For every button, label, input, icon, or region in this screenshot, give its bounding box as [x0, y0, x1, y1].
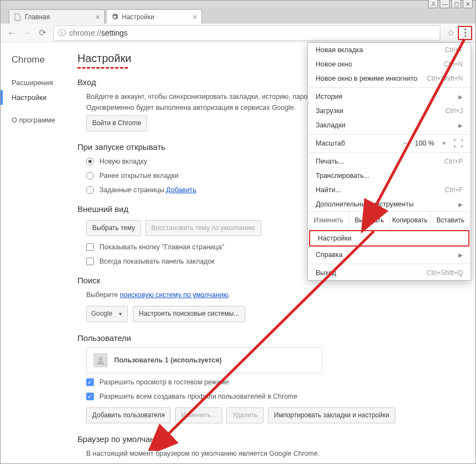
- sidebar-item-extensions[interactable]: Расширения: [12, 75, 66, 90]
- menu-label: Новая вкладка: [316, 46, 363, 54]
- menu-print[interactable]: Печать...Ctrl+P: [308, 154, 471, 169]
- close-button[interactable]: ✕: [463, 0, 473, 8]
- delete-user-button[interactable]: Удалить: [226, 407, 264, 423]
- menu-label: Справка: [316, 251, 343, 259]
- radio-specific[interactable]: [86, 186, 94, 194]
- menu-more-tools[interactable]: Дополнительные инструменты▶: [308, 197, 471, 211]
- menu-paste[interactable]: Вставить: [430, 212, 471, 228]
- check-bookmarks-bar[interactable]: [86, 258, 94, 265]
- tab-strip: Главная × Настройки ×: [1, 8, 475, 24]
- check-label: Всегда показывать панель закладок: [99, 256, 215, 267]
- check-create-profiles[interactable]: [86, 393, 94, 400]
- zoom-in-button[interactable]: +: [440, 139, 449, 147]
- fullscreen-icon[interactable]: [454, 139, 463, 147]
- chevron-right-icon: ▶: [458, 202, 463, 208]
- section-default-browser-body: В настоящий момент браузером по умолчани…: [77, 448, 464, 459]
- zoom-out-button[interactable]: −: [401, 139, 410, 147]
- menu-shortcut: Ctrl+Shift+Q: [427, 269, 463, 277]
- check-label: Разрешить просмотр в гостевом режиме: [99, 377, 229, 388]
- user-button[interactable]: [428, 0, 438, 8]
- menu-separator: [308, 264, 471, 264]
- forward-button[interactable]: →: [19, 25, 35, 41]
- toolbar: ← → ⟳ ⓘ chrome://settings ☆: [1, 24, 475, 42]
- maximize-button[interactable]: ▢: [451, 0, 461, 8]
- menu-label: Настройки: [318, 234, 351, 242]
- address-bar[interactable]: ⓘ chrome://settings: [53, 25, 440, 41]
- tab-settings[interactable]: Настройки ×: [106, 9, 202, 24]
- sidebar-item-about[interactable]: О программе: [12, 113, 66, 127]
- tab-close-icon[interactable]: ×: [96, 13, 100, 21]
- manage-engines-button[interactable]: Настроить поисковые системы...: [133, 306, 245, 322]
- sidebar-title: Chrome: [12, 54, 66, 65]
- menu-history[interactable]: История▶: [308, 90, 471, 104]
- chevron-right-icon: ▶: [458, 252, 463, 258]
- menu-find[interactable]: Найти...Ctrl+F: [308, 183, 471, 197]
- sidebar-item-settings[interactable]: Настройки: [1, 90, 66, 105]
- menu-bookmarks[interactable]: Закладки▶: [308, 118, 471, 132]
- chevron-right-icon: ▶: [458, 122, 463, 128]
- choose-theme-button[interactable]: Выбрать тему: [86, 220, 141, 236]
- tab-close-icon[interactable]: ×: [193, 13, 197, 21]
- menu-label: Транслировать...: [316, 172, 369, 180]
- menu-cut[interactable]: Вырезать: [349, 212, 389, 228]
- radio-label: Новую вкладку: [99, 156, 147, 167]
- minimize-button[interactable]: —: [440, 0, 450, 8]
- section-users-header: Пользователи: [77, 333, 464, 343]
- import-bookmarks-button[interactable]: Импортировать закладки и настройки: [268, 407, 395, 423]
- menu-label: Дополнительные инструменты: [316, 200, 413, 208]
- menu-new-window[interactable]: Новое окноCtrl+N: [308, 57, 471, 71]
- back-button[interactable]: ←: [4, 25, 19, 41]
- reload-button[interactable]: ⟳: [35, 25, 50, 41]
- url-path: settings: [101, 29, 127, 37]
- browser-window: — ▢ ✕ Главная × Настройки × ← → ⟳ ⓘ chro…: [0, 0, 476, 464]
- radio-previous[interactable]: [86, 172, 94, 180]
- section-users-body: Пользователь 1 (используется) Разрешить …: [77, 347, 464, 426]
- menu-shortcut: Ctrl+P: [444, 158, 463, 165]
- restore-theme-button[interactable]: Восстановить тему по умолчанию: [145, 220, 261, 236]
- radio-new-tab[interactable]: [86, 158, 94, 165]
- kebab-icon: [464, 29, 466, 37]
- svg-point-0: [432, 2, 434, 4]
- check-label: Разрешить всем создавать профили пользов…: [99, 391, 298, 402]
- menu-shortcut: Ctrl+J: [445, 107, 463, 115]
- check-home-button[interactable]: [86, 243, 94, 251]
- menu-new-tab[interactable]: Новая вкладкаCtrl+T: [308, 43, 471, 57]
- menu-shortcut: Ctrl+T: [445, 46, 463, 54]
- menu-cast[interactable]: Транслировать...: [308, 169, 471, 183]
- sign-in-button[interactable]: Войти в Chrome: [86, 115, 147, 131]
- zoom-value: 100 %: [415, 139, 434, 147]
- default-search-link[interactable]: поисковую систему по умолчанию: [120, 291, 228, 299]
- check-guest-mode[interactable]: [86, 378, 94, 386]
- tab-home[interactable]: Главная ×: [9, 9, 105, 24]
- bookmark-star-icon[interactable]: ☆: [444, 27, 458, 38]
- menu-label: Найти...: [316, 186, 341, 194]
- menu-zoom: Масштаб − 100 % +: [308, 136, 471, 150]
- chevron-down-icon: ▼: [118, 310, 123, 318]
- menu-label: Закладки: [316, 121, 345, 129]
- user-name: Пользователь 1 (используется): [114, 355, 222, 366]
- menu-help[interactable]: Справка▶: [308, 248, 471, 262]
- add-pages-link[interactable]: Добавить: [166, 185, 196, 195]
- add-user-button[interactable]: Добавить пользователя: [86, 407, 171, 423]
- menu-edit-label: Изменить: [308, 212, 349, 228]
- menu-shortcut: Ctrl+Shift+N: [427, 75, 463, 82]
- menu-exit[interactable]: ВыходCtrl+Shift+Q: [308, 266, 471, 280]
- menu-incognito[interactable]: Новое окно в режиме инкогнитоCtrl+Shift+…: [308, 71, 471, 86]
- window-controls: — ▢ ✕: [428, 0, 473, 8]
- menu-downloads[interactable]: ЗагрузкиCtrl+J: [308, 104, 471, 118]
- current-user-row[interactable]: Пользователь 1 (используется): [86, 347, 322, 373]
- menu-copy[interactable]: Копировать: [389, 212, 430, 228]
- menu-label: Новое окно в режиме инкогнито: [316, 75, 417, 82]
- edit-user-button[interactable]: Изменить...: [175, 407, 222, 423]
- tab-label: Главная: [25, 13, 50, 21]
- menu-label: Печать...: [316, 158, 344, 165]
- section-search-body: Выберите поисковую систему по умолчанию.…: [77, 289, 464, 324]
- search-engine-select[interactable]: Google▼: [86, 306, 128, 322]
- info-icon: ⓘ: [58, 28, 66, 38]
- main-menu-button[interactable]: [458, 26, 472, 40]
- main-menu: Новая вкладкаCtrl+T Новое окноCtrl+N Нов…: [307, 42, 471, 281]
- menu-settings[interactable]: Настройки: [309, 230, 469, 247]
- radio-label: Ранее открытые вкладки: [99, 170, 178, 181]
- document-icon: [14, 13, 21, 21]
- sidebar: Chrome Расширения Настройки О программе: [1, 42, 66, 463]
